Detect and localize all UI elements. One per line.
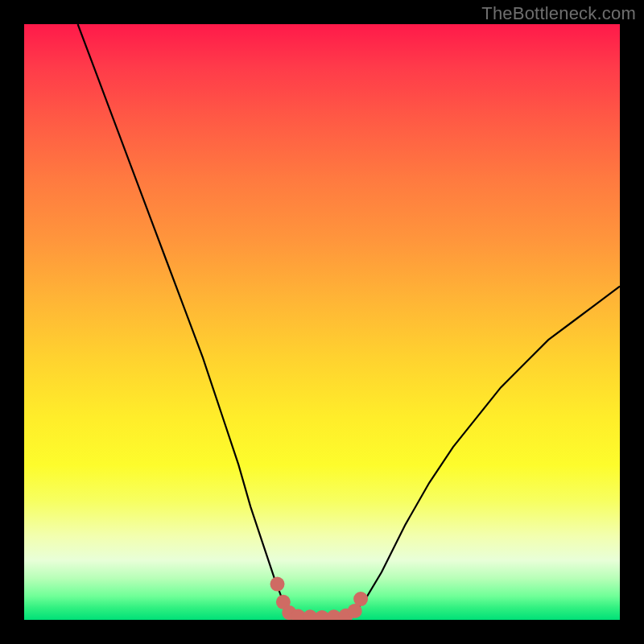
plot-area: [24, 24, 620, 620]
bottleneck-curve: [78, 24, 620, 617]
attribution-text: TheBottleneck.com: [481, 3, 636, 24]
highlight-dot: [353, 592, 368, 606]
highlight-dot-group: [270, 577, 369, 620]
chart-svg: [24, 24, 620, 620]
highlight-dot: [270, 577, 285, 592]
